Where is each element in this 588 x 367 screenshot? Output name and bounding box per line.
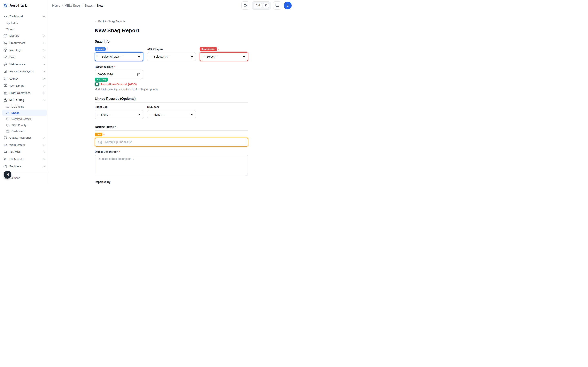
breadcrumb-current: New (97, 4, 103, 7)
sidebar-item-work-orders[interactable]: Work Orders (2, 141, 47, 149)
sidebar-item-registers[interactable]: Registers (2, 163, 47, 170)
sidebar-item-reports-analytics[interactable]: Reports & Analytics (2, 68, 47, 75)
mel-item-select[interactable]: — None — (147, 110, 196, 119)
layout-grid-icon (6, 130, 9, 133)
classification-field-badge: Classification (200, 47, 217, 51)
chevron-right-icon (43, 56, 45, 59)
plane-icon (4, 77, 7, 80)
classification-select[interactable]: — Select — (200, 52, 248, 61)
sidebar-item-camo[interactable]: CAMO (2, 75, 47, 82)
sidebar-item-hr-module[interactable]: HR Module (2, 156, 47, 163)
list-icon (6, 105, 9, 108)
title-field-badge: Title (95, 133, 102, 136)
chevron-right-icon (43, 70, 45, 73)
calendar-icon (137, 73, 140, 76)
sidebar-item-procurement[interactable]: Procurement (2, 39, 47, 47)
breadcrumb-separator: / (62, 4, 63, 7)
ata-chapter-select[interactable]: — Select ATA — (147, 52, 196, 61)
sidebar-item-quality-assurance[interactable]: Quality Assurance (2, 134, 47, 141)
hard-hat-icon (4, 143, 7, 147)
database-icon (4, 34, 7, 38)
plane-icon (3, 3, 8, 8)
shopping-cart-icon (4, 41, 7, 45)
command-palette-shortcut[interactable]: Ctrl K (252, 1, 271, 9)
brand-name: AeroTrack (9, 3, 27, 8)
back-to-snag-reports-link[interactable]: ← Back to Snag Reports (95, 20, 125, 23)
sidebar-item-sales[interactable]: Sales (2, 54, 47, 61)
brand-logo[interactable]: AeroTrack (0, 0, 49, 11)
chevron-right-icon (43, 151, 45, 154)
mel-item-label: MEL Item (147, 105, 159, 109)
ata-chapter-label: ATA Chapter (147, 48, 163, 51)
ctrl-keycap: Ctrl (254, 3, 262, 8)
main-area: Home / MEL / Snag / Snags / New Ctrl K (49, 0, 294, 184)
sidebar-item-mel-items[interactable]: MEL Items (2, 104, 47, 110)
sidebar-item-snags[interactable]: Snags (2, 110, 47, 116)
select-chevron-icon (190, 113, 193, 116)
flight-log-field: Flight Log — None — (95, 105, 143, 119)
breadcrumb-separator: / (82, 4, 83, 7)
floating-n-button[interactable]: N (4, 171, 11, 179)
chevron-down-icon (43, 99, 45, 101)
topbar: Home / MEL / Snag / Snags / New Ctrl K (49, 0, 294, 11)
chevron-right-icon (43, 77, 45, 80)
k-keycap: K (263, 3, 269, 8)
classification-field: Classification * — Select — (200, 45, 248, 61)
sidebar-item-dashboard[interactable]: Dashboard (2, 13, 47, 20)
screen-record-button[interactable] (241, 1, 250, 9)
snag-info-row-2: Reported Date * 08-03-2026 (95, 65, 248, 79)
shield-icon (4, 136, 7, 140)
sidebar-item-inventory[interactable]: Inventory (2, 47, 47, 54)
chevron-right-icon (43, 136, 45, 139)
display-mode-button[interactable] (273, 1, 281, 9)
book-open-icon (4, 84, 7, 87)
hard-hat-icon (4, 150, 7, 154)
aircraft-field-badge: Aircraft (95, 47, 105, 51)
defect-description-textarea[interactable] (95, 155, 248, 175)
alert-octagon-icon (6, 124, 9, 127)
reported-date-label: Reported Date (95, 65, 113, 68)
breadcrumb-separator: / (95, 4, 95, 7)
chevron-right-icon (43, 143, 45, 146)
aog-checkbox[interactable] (95, 83, 99, 86)
chevron-down-icon (43, 15, 45, 18)
monitor-icon (276, 4, 279, 8)
sidebar-item-maintenance[interactable]: Maintenance (2, 61, 47, 68)
ata-chapter-field: ATA Chapter — Select ATA — (147, 45, 196, 61)
chevron-right-icon (43, 92, 45, 94)
sidebar-item-my-todos[interactable]: My Todos (2, 20, 47, 26)
sidebar-item-aog-priority[interactable]: AOG Priority (2, 122, 47, 128)
sidebar-nav: Dashboard My Todos Tickets Masters Procu… (0, 11, 49, 172)
select-chevron-icon (138, 55, 140, 58)
breadcrumb-snags[interactable]: Snags (84, 4, 93, 7)
sidebar-item-mel-snag[interactable]: MEL / Snag (2, 96, 47, 104)
title-input[interactable] (95, 138, 248, 147)
sidebar-item-145-mro[interactable]: 145 MRO (2, 149, 47, 156)
app-window: AeroTrack Dashboard My Todos Tickets Mas… (0, 0, 294, 184)
reported-date-field: Reported Date * 08-03-2026 (95, 65, 143, 79)
sidebar-item-masters[interactable]: Masters (2, 32, 47, 39)
sidebar-item-flight-operations[interactable]: Flight Operations (2, 89, 47, 96)
required-asterisk: * (119, 150, 120, 153)
sidebar-item-tech-library[interactable]: Tech Library (2, 82, 47, 89)
layout-grid-icon (4, 15, 7, 18)
alert-triangle-icon (6, 111, 9, 114)
breadcrumb-home[interactable]: Home (52, 4, 60, 7)
flight-log-select[interactable]: — None — (95, 110, 143, 119)
aog-checkbox-label: Aircraft on Ground (AOG) (101, 83, 137, 86)
chevron-right-icon (43, 63, 45, 66)
plane-takeoff-icon (4, 91, 7, 95)
breadcrumb: Home / MEL / Snag / Snags / New (52, 4, 103, 7)
sidebar-item-mel-dashboard[interactable]: Dashboard (2, 128, 47, 134)
section-snag-info: Snag Info (95, 40, 248, 45)
section-linked-records: Linked Records (Optional) (95, 97, 248, 103)
bar-chart-icon (4, 70, 7, 73)
alert-triangle-icon (4, 98, 7, 102)
breadcrumb-mel-snag[interactable]: MEL / Snag (65, 4, 80, 7)
user-avatar[interactable]: S (284, 2, 292, 9)
clock-icon (6, 117, 9, 120)
sidebar-item-tickets[interactable]: Tickets (2, 26, 47, 32)
chevron-right-icon (43, 165, 45, 168)
sidebar-item-deferred-defects[interactable]: Deferred Defects (2, 116, 47, 122)
aircraft-select[interactable]: — Select Aircraft — (95, 52, 143, 61)
